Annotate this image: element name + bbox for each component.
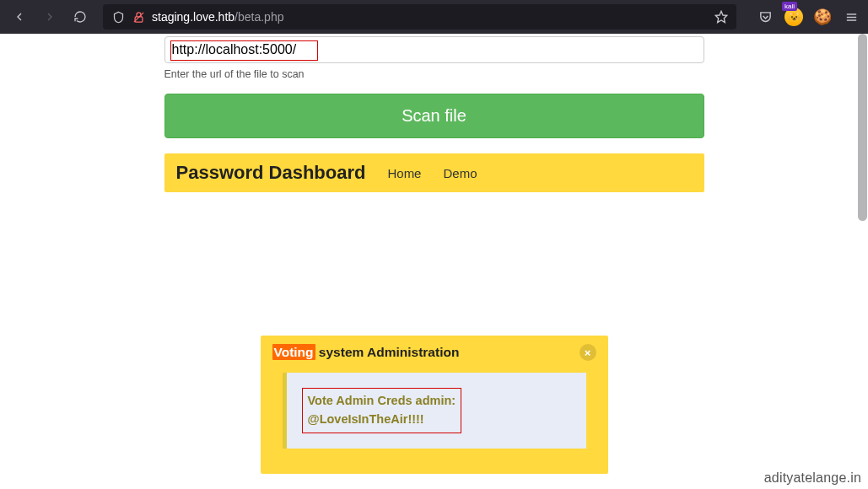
- bookmark-star-icon[interactable]: [714, 10, 728, 24]
- browser-toolbar: staging.love.htb/beta.php 😺 🍪: [0, 0, 868, 34]
- pocket-icon[interactable]: [755, 7, 775, 27]
- admin-close-button[interactable]: ×: [580, 344, 596, 361]
- admin-panel-title: Voting system Administration: [272, 345, 460, 360]
- reload-button[interactable]: [67, 4, 93, 30]
- url-text: staging.love.htb/beta.php: [152, 10, 708, 24]
- forward-button[interactable]: [37, 4, 62, 30]
- dashboard-title: Password Dashboard: [176, 162, 366, 184]
- dashboard-link-demo[interactable]: Demo: [443, 166, 477, 180]
- helper-text: Enter the url of the file to scan: [164, 68, 704, 80]
- toolbar-right-icons: 😺 🍪: [747, 7, 861, 27]
- cookie-extension-icon[interactable]: 🍪: [812, 7, 833, 27]
- search-highlight: Voting: [272, 344, 315, 360]
- admin-panel: Voting system Administration × Vote Admi…: [261, 336, 608, 474]
- credentials-line2: @LoveIsInTheAir!!!!: [308, 411, 456, 429]
- back-button[interactable]: [7, 4, 32, 30]
- dashboard-navbar: Password Dashboard Home Demo: [164, 153, 704, 192]
- credentials-callout: Vote Admin Creds admin: @LoveIsInTheAir!…: [283, 373, 586, 449]
- hamburger-menu-icon[interactable]: [841, 7, 861, 27]
- scrollbar-thumb[interactable]: [858, 34, 867, 221]
- insecure-lock-icon[interactable]: [132, 10, 145, 24]
- scan-url-input-wrap: [164, 36, 704, 63]
- svg-marker-2: [715, 11, 726, 22]
- url-bar[interactable]: staging.love.htb/beta.php: [103, 4, 736, 30]
- scan-url-input[interactable]: [172, 42, 697, 57]
- credentials-line1: Vote Admin Creds admin:: [308, 392, 456, 411]
- watermark-text: adityatelange.in: [764, 470, 861, 486]
- scan-file-button[interactable]: Scan file: [164, 94, 704, 138]
- shield-icon[interactable]: [111, 10, 125, 24]
- kali-extension-icon[interactable]: 😺: [784, 7, 804, 27]
- annotation-highlight: Vote Admin Creds admin: @LoveIsInTheAir!…: [302, 388, 462, 433]
- dashboard-link-home[interactable]: Home: [387, 166, 421, 180]
- page-viewport: Enter the url of the file to scan Scan f…: [0, 34, 868, 489]
